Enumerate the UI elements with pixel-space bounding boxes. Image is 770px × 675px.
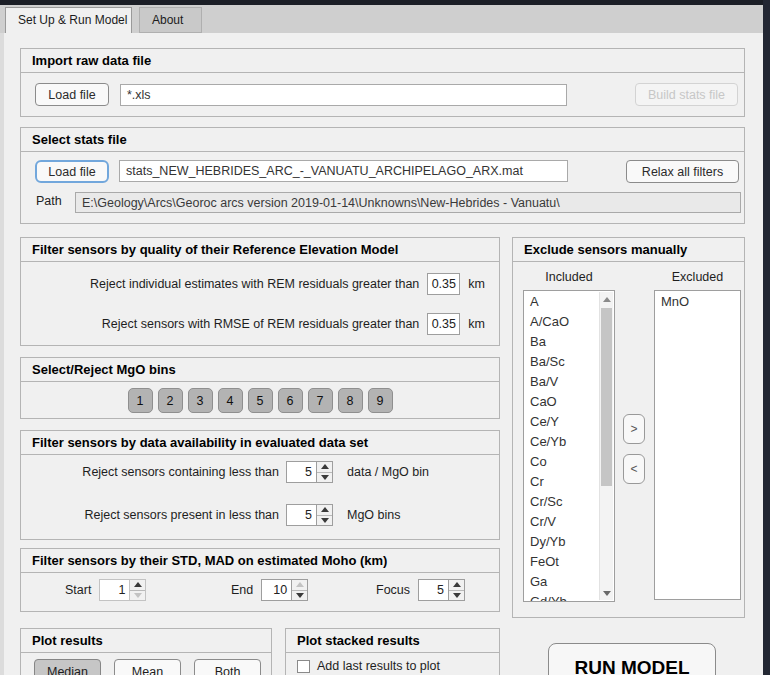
focus-spinner: 5 (418, 579, 465, 601)
end-label: End (231, 583, 253, 597)
rem-row2-label: Reject sensors with RMSE of REM residual… (102, 317, 420, 331)
rem-quality-panel: Filter sensors by quality of their Refer… (20, 237, 500, 346)
rem-rmse-field[interactable]: 0.35 (427, 313, 460, 335)
plot-mode-button[interactable]: Median (34, 659, 101, 675)
mgo-bins-min-spinner: 5 (286, 504, 333, 526)
spinner-up-button[interactable] (449, 580, 464, 591)
mgo-bin-buttons: 123456789 (21, 388, 499, 413)
data-per-bin-value[interactable]: 5 (286, 461, 316, 483)
scroll-down-icon[interactable] (600, 586, 613, 600)
spinner-up-button[interactable] (317, 462, 332, 473)
start-value[interactable]: 1 (99, 579, 129, 601)
tab-bar: Set Up & Run Model About (0, 5, 763, 33)
rem-row1-unit: km (468, 277, 485, 291)
panel-title-std-mad: Filter sensors by their STD, MAD on esti… (21, 549, 499, 573)
add-last-results-label: Add last results to plot (317, 659, 440, 673)
availability-row2-label: Reject sensors present in less than (21, 508, 279, 522)
rem-row1-label: Reject individual estimates with REM res… (90, 277, 419, 291)
spinner-down-button[interactable] (317, 516, 332, 526)
panel-title-rem: Filter sensors by quality of their Refer… (21, 238, 499, 262)
run-model-button[interactable]: RUN MODEL (548, 643, 716, 675)
stats-file-field[interactable]: stats_NEW_HEBRIDES_ARC_-_VANUATU_ARCHIPE… (119, 160, 568, 182)
mgo-bin-toggle[interactable]: 7 (308, 388, 333, 413)
panel-title-stats: Select stats file (21, 128, 744, 152)
plot-mode-button[interactable]: Both (194, 659, 261, 675)
raw-file-field[interactable]: *.xls (120, 84, 567, 106)
scroll-up-icon[interactable] (600, 292, 613, 306)
mgo-bins-min-value[interactable]: 5 (286, 504, 316, 526)
select-stats-file-panel: Select stats file Load file stats_NEW_HE… (20, 127, 745, 224)
availability-row1-suffix: data / MgO bin (347, 465, 429, 479)
spinner-up-button[interactable] (130, 580, 145, 591)
plot-results-panel: Plot results MedianMeanBoth (20, 628, 272, 675)
panel-title-plot: Plot results (21, 629, 271, 653)
start-label: Start (65, 583, 91, 597)
mgo-bin-toggle[interactable]: 5 (248, 388, 273, 413)
mgo-bin-toggle[interactable]: 4 (218, 388, 243, 413)
std-mad-panel: Filter sensors by their STD, MAD on esti… (20, 548, 500, 612)
build-stats-file-button[interactable]: Build stats file (635, 83, 738, 106)
mgo-bin-toggle[interactable]: 3 (188, 388, 213, 413)
focus-label: Focus (376, 583, 410, 597)
plot-mode-button[interactable]: Mean (114, 659, 181, 675)
plot-mode-buttons: MedianMeanBoth (34, 659, 261, 675)
relax-all-filters-button[interactable]: Relax all filters (626, 160, 739, 183)
excluded-list-item[interactable]: MnO (655, 292, 740, 312)
move-to-included-button[interactable]: < (623, 454, 645, 484)
spinner-up-button[interactable] (292, 580, 307, 591)
data-per-bin-spinner: 5 (286, 461, 333, 483)
plot-stacked-panel: Plot stacked results Add last results to… (285, 628, 500, 675)
included-listbox[interactable]: AA/CaOBaBa/ScBa/VCaOCe/YCe/YbCoCrCr/ScCr… (523, 290, 615, 602)
spinner-down-button[interactable] (130, 591, 145, 601)
path-label: Path (36, 194, 62, 208)
mgo-bin-toggle[interactable]: 9 (368, 388, 393, 413)
availability-row1-label: Reject sensors containing less than (21, 465, 279, 479)
spinner-down-button[interactable] (292, 591, 307, 601)
start-spinner: 1 (99, 579, 146, 601)
spinner-down-button[interactable] (317, 473, 332, 483)
window-left-edge (0, 33, 4, 675)
availability-row2-suffix: MgO bins (347, 508, 401, 522)
panel-title-mgo: Select/Reject MgO bins (21, 358, 499, 382)
excluded-listbox[interactable]: MnO (654, 290, 741, 600)
spinner-up-button[interactable] (317, 505, 332, 516)
rem-residual-field[interactable]: 0.35 (427, 273, 460, 295)
rem-row2-unit: km (468, 317, 485, 331)
availability-panel: Filter sensors by data availability in e… (20, 430, 500, 540)
window-right-edge (763, 0, 770, 675)
mgo-bin-toggle[interactable]: 8 (338, 388, 363, 413)
exclude-sensors-panel: Exclude sensors manually Included Exclud… (512, 237, 745, 618)
mgo-bin-toggle[interactable]: 2 (158, 388, 183, 413)
tab-setup-run-model[interactable]: Set Up & Run Model (5, 7, 132, 33)
mgo-bin-toggle[interactable]: 1 (128, 388, 153, 413)
included-label: Included (523, 270, 615, 284)
panel-title-exclude: Exclude sensors manually (513, 238, 744, 262)
path-field: E:\Geology\Arcs\Georoc arcs version 2019… (75, 192, 741, 213)
panel-title-availability: Filter sensors by data availability in e… (21, 431, 499, 455)
included-list-scrollbar[interactable] (599, 292, 613, 600)
panel-title-import: Import raw data file (21, 49, 744, 73)
end-spinner: 10 (261, 579, 308, 601)
excluded-label: Excluded (654, 270, 741, 284)
scrollbar-thumb[interactable] (601, 308, 612, 486)
mgo-bin-toggle[interactable]: 6 (278, 388, 303, 413)
load-raw-file-button[interactable]: Load file (35, 83, 109, 106)
move-to-excluded-button[interactable]: > (623, 414, 645, 444)
end-value[interactable]: 10 (261, 579, 291, 601)
import-raw-data-panel: Import raw data file Load file *.xls Bui… (20, 48, 745, 117)
focus-value[interactable]: 5 (418, 579, 448, 601)
add-last-results-checkbox[interactable] (297, 660, 310, 673)
spinner-down-button[interactable] (449, 591, 464, 601)
mgo-bins-panel: Select/Reject MgO bins 123456789 (20, 357, 500, 419)
tab-about[interactable]: About (139, 7, 202, 33)
panel-title-stacked: Plot stacked results (286, 629, 499, 653)
load-stats-file-button[interactable]: Load file (35, 160, 109, 183)
